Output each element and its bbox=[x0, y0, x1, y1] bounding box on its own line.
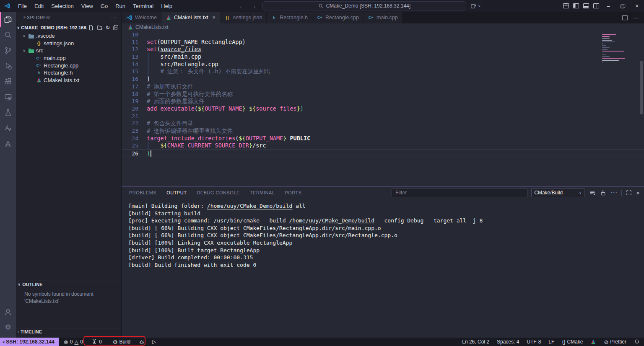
breadcrumb[interactable]: CMakeLists.txt bbox=[122, 23, 644, 31]
restore-icon[interactable] bbox=[615, 0, 630, 12]
back-arrow-icon[interactable]: ← bbox=[239, 3, 245, 9]
panel-tab-output[interactable]: OUTPUT bbox=[166, 188, 187, 197]
scrollbar-thumb[interactable] bbox=[640, 61, 643, 114]
status-encoding[interactable]: UTF-8 bbox=[524, 338, 543, 346]
panel-tab-ports[interactable]: PORTS bbox=[285, 188, 301, 197]
workspace-section-header[interactable]: ∨ CMAKE_DEMO [SSH: 192.168.32.1... ↻ bbox=[16, 23, 121, 31]
output-link[interactable]: /home/uuy/CMake_Demo/build bbox=[289, 217, 375, 224]
tree-item-settings-json[interactable]: {}settings.json bbox=[16, 40, 121, 47]
customize-layout-icon[interactable] bbox=[561, 0, 571, 12]
activity-extensions[interactable] bbox=[0, 74, 16, 89]
toggle-sidebar-icon[interactable] bbox=[571, 0, 581, 12]
problems-status[interactable]: ⊗ 0 △ 0 bbox=[61, 338, 86, 346]
menu-go[interactable]: Go bbox=[97, 0, 112, 12]
code-line-21[interactable]: 21 bbox=[122, 113, 644, 120]
tree-item-rectangle-cpp[interactable]: C+Rectangle.cpp bbox=[16, 62, 121, 69]
code-line-12[interactable]: 12set(source_files bbox=[122, 46, 644, 53]
status-prettier[interactable]: ⊘Prettier bbox=[601, 338, 629, 346]
activity-remote-explorer[interactable] bbox=[0, 89, 16, 105]
menu-edit[interactable]: Edit bbox=[31, 0, 47, 12]
status-eol[interactable]: LF bbox=[546, 338, 557, 346]
code-line-14[interactable]: 14 src/Rectangle.cpp bbox=[122, 61, 644, 68]
output-log[interactable]: [main] Building folder: /home/uuy/CMake_… bbox=[122, 199, 644, 269]
menu-view[interactable]: View bbox=[78, 0, 97, 12]
editor-scrollbar[interactable] bbox=[640, 31, 644, 186]
activity-spell-checker[interactable] bbox=[0, 120, 16, 136]
status-cursor-position[interactable]: Ln 26, Col 2 bbox=[460, 338, 492, 346]
tab-rectangle-h[interactable]: hRectangle.h bbox=[267, 12, 312, 23]
more-actions-icon[interactable]: ··· bbox=[633, 14, 639, 21]
code-line-18[interactable]: 18# 第一个参数是可执行文件的名称 bbox=[122, 90, 644, 98]
code-line-16[interactable]: 16) bbox=[122, 75, 644, 83]
close-panel-icon[interactable]: × bbox=[636, 189, 640, 196]
new-file-icon[interactable] bbox=[88, 25, 94, 31]
close-tab-icon[interactable]: × bbox=[213, 15, 216, 21]
output-channel-select[interactable]: CMake/Build ∨ bbox=[531, 188, 584, 197]
panel-tab-problems[interactable]: PROBLEMS bbox=[129, 188, 156, 197]
activity-settings[interactable]: ⚙ bbox=[0, 320, 16, 335]
remote-indicator[interactable]: ›‹ SSH: 192.168.32.144 bbox=[0, 338, 59, 346]
refresh-icon[interactable]: ↻ bbox=[106, 25, 110, 31]
chevron-down-icon[interactable]: ∨ bbox=[478, 4, 481, 8]
output-link[interactable]: /home/uuy/CMake_Demo/build bbox=[207, 203, 293, 209]
collapse-all-icon[interactable] bbox=[113, 25, 119, 31]
unlock-icon[interactable] bbox=[600, 190, 606, 196]
command-center-search[interactable]: CMake_Demo [SSH: 192.168.32.144] bbox=[262, 1, 466, 10]
code-editor[interactable]: 1011set(OUTPUT_NAME RectangleApp)12set(s… bbox=[122, 31, 644, 186]
activity-accounts[interactable] bbox=[0, 304, 16, 320]
cmake-launch-button[interactable]: ▷ bbox=[150, 338, 158, 346]
code-line-20[interactable]: 20add_executable(${OUTPUT_NAME} ${source… bbox=[122, 105, 644, 113]
clear-output-icon[interactable] bbox=[589, 190, 596, 196]
activity-explorer[interactable] bbox=[0, 12, 16, 27]
new-folder-icon[interactable] bbox=[97, 25, 103, 31]
tree-item-cmakelists-txt[interactable]: CMakeLists.txt bbox=[16, 77, 121, 84]
activity-run-debug[interactable] bbox=[0, 58, 16, 74]
tree-item-rectangle-h[interactable]: hRectangle.h bbox=[16, 69, 121, 77]
tab-cmakelists-txt[interactable]: CMakeLists.txt× bbox=[161, 12, 220, 23]
minimize-icon[interactable]: – bbox=[601, 0, 615, 12]
reload-window-icon[interactable] bbox=[470, 3, 477, 9]
more-icon[interactable]: ··· bbox=[610, 189, 617, 196]
tree-item-src[interactable]: ∨src bbox=[16, 47, 121, 54]
menu-run[interactable]: Run bbox=[112, 0, 129, 12]
tab-settings-json[interactable]: {}settings.json bbox=[220, 12, 267, 23]
activity-source-control[interactable] bbox=[0, 43, 16, 58]
tab-rectangle-cpp[interactable]: C+Rectangle.cpp bbox=[312, 12, 364, 23]
code-line-17[interactable]: 17# 添加可执行文件 bbox=[122, 83, 644, 90]
status-language-mode[interactable]: {}CMake bbox=[559, 338, 585, 346]
tree-item-main-cpp[interactable]: C+main.cpp bbox=[16, 54, 121, 62]
code-line-25[interactable]: 25 ${CMAKE_CURRENT_SOURCE_DIR}/src bbox=[122, 142, 644, 150]
code-line-15[interactable]: 15 # 注意： 头文件 (.h) 不需要在这里列出 bbox=[122, 68, 644, 75]
code-line-13[interactable]: 13 src/main.cpp bbox=[122, 53, 644, 61]
activity-cmake-tools[interactable] bbox=[0, 136, 16, 151]
code-line-26[interactable]: 26) bbox=[122, 150, 644, 157]
sidebar-more-icon[interactable]: ··· bbox=[111, 15, 117, 20]
code-line-23[interactable]: 23# 这告诉编译器在哪里查找头文件 bbox=[122, 127, 644, 135]
code-line-24[interactable]: 24target_include_directories(${OUTPUT_NA… bbox=[122, 135, 644, 142]
outline-section-header[interactable]: ∨ OUTLINE bbox=[16, 281, 121, 287]
panel-tab-terminal[interactable]: TERMINAL bbox=[250, 188, 275, 197]
status-notifications[interactable] bbox=[631, 338, 642, 346]
toggle-secondary-sidebar-icon[interactable] bbox=[591, 0, 601, 12]
code-line-22[interactable]: 22# 包含头文件目录 bbox=[122, 120, 644, 127]
activity-testing[interactable] bbox=[0, 105, 16, 120]
output-filter-input[interactable] bbox=[392, 188, 528, 197]
status-cmake-status[interactable] bbox=[588, 338, 599, 346]
code-line-10[interactable]: 10 bbox=[122, 31, 644, 39]
tab-main-cpp[interactable]: C+main.cpp bbox=[364, 12, 402, 23]
menu-help[interactable]: Help bbox=[157, 0, 176, 12]
code-line-11[interactable]: 11set(OUTPUT_NAME RectangleApp) bbox=[122, 39, 644, 46]
minimap[interactable] bbox=[602, 32, 638, 64]
toggle-panel-icon[interactable] bbox=[581, 0, 591, 12]
tab-welcome[interactable]: Welcome bbox=[122, 12, 161, 23]
close-icon[interactable]: × bbox=[630, 0, 644, 12]
activity-search[interactable] bbox=[0, 27, 16, 43]
forward-arrow-icon[interactable]: → bbox=[251, 3, 257, 9]
status-indentation[interactable]: Spaces: 4 bbox=[494, 338, 522, 346]
menu-file[interactable]: File bbox=[14, 0, 31, 12]
menu-terminal[interactable]: Terminal bbox=[129, 0, 157, 12]
tree-item--vscode[interactable]: ∨.vscode bbox=[16, 32, 121, 40]
panel-tab-debug-console[interactable]: DEBUG CONSOLE bbox=[197, 188, 239, 197]
code-line-19[interactable]: 19# 后面的参数是源文件 bbox=[122, 98, 644, 105]
menu-selection[interactable]: Selection bbox=[47, 0, 77, 12]
